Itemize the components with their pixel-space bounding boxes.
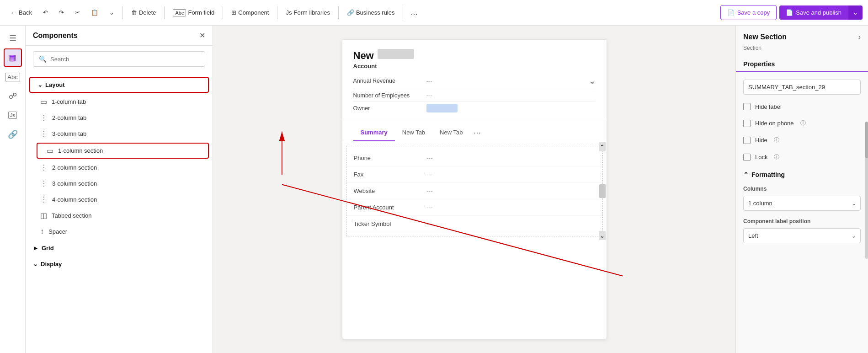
js-button[interactable]: Js — [4, 106, 22, 124]
link-button[interactable]: 🔗 — [4, 125, 22, 144]
hide-text: Hide — [755, 137, 767, 144]
scrollbar-track — [865, 122, 868, 259]
hide-on-phone-text: Hide on phone — [755, 120, 794, 127]
component-icon: ⊞ — [231, 9, 236, 16]
layers-button[interactable]: ☍ — [4, 87, 22, 105]
employees-value: --- — [426, 92, 596, 99]
lock-text: Lock — [755, 154, 767, 160]
component-3-column-tab[interactable]: ⋮ 3-column tab — [26, 126, 213, 142]
form-field-icon: Abc — [173, 9, 186, 16]
annual-revenue-label: Annual Revenue — [353, 78, 426, 84]
grid-group: ► Grid — [26, 241, 213, 255]
save-publish-dropdown[interactable]: ⌄ — [848, 5, 863, 20]
component-label-position-label: Component label position — [736, 214, 868, 226]
component-3-column-section[interactable]: ⋮ 3-column section — [26, 176, 213, 192]
employees-row: Number of Employees --- — [353, 89, 596, 102]
components-panel-button[interactable]: ▦ — [4, 48, 22, 67]
form-header: New Account Annual Revenue --- ⌄ Number … — [342, 40, 607, 120]
lock-checkbox[interactable] — [743, 154, 751, 161]
undo-button[interactable]: ↶ — [38, 6, 53, 19]
display-group: ⌄ Display — [26, 257, 213, 271]
component-1-column-tab[interactable]: ▭ 1-column tab — [26, 94, 213, 110]
component-2-column-tab[interactable]: ⋮ 2-column tab — [26, 110, 213, 126]
form-libraries-button[interactable]: Js Form libraries — [281, 6, 334, 19]
form-title-blurred — [378, 49, 414, 59]
owner-value: ____ — [426, 105, 596, 112]
hide-label-row: Hide label — [736, 98, 868, 115]
section-name-input[interactable] — [743, 80, 861, 95]
redo-button[interactable]: ↷ — [54, 6, 69, 19]
parent-account-value: --- — [427, 204, 595, 211]
component-1-column-section[interactable]: ▭ 1-column section — [37, 143, 209, 159]
columns-select[interactable]: 1 column 2 columns 3 columns — [743, 196, 861, 211]
hide-on-phone-checkbox[interactable] — [743, 120, 751, 127]
annual-revenue-value: --- — [426, 78, 589, 85]
text-icon-button[interactable]: Abc — [4, 68, 22, 86]
more-button[interactable]: ... — [407, 6, 421, 19]
hide-checkbox[interactable] — [743, 137, 751, 144]
back-button[interactable]: ← Back — [5, 6, 37, 19]
employees-label: Number of Employees — [353, 92, 426, 99]
paste-button[interactable]: 📋 — [86, 6, 103, 19]
component-2-column-section[interactable]: ⋮ 2-column section — [26, 160, 213, 176]
components-list: ⌄ Layout ▭ 1-column tab ⋮ 2-column tab ⋮… — [26, 72, 213, 353]
website-label: Website — [354, 187, 427, 194]
dropdown-button[interactable]: ⌄ — [105, 6, 119, 19]
grid-group-header[interactable]: ► Grid — [26, 241, 213, 255]
tab-more-button[interactable]: ⋯ — [470, 124, 485, 142]
expand-icon[interactable]: ⌄ — [589, 76, 596, 86]
hide-label-text: Hide label — [755, 103, 782, 110]
form-field-button[interactable]: Abc Form field — [168, 6, 219, 19]
component-spacer[interactable]: ↕ Spacer — [26, 224, 213, 239]
main-layout: ☰ ▦ Abc ☍ Js 🔗 Components ✕ 🔍 — [0, 26, 868, 353]
scrollbar-thumb[interactable] — [865, 122, 868, 158]
component-4-column-section[interactable]: ⋮ 4-column section — [26, 192, 213, 208]
save-copy-icon: 📄 — [727, 9, 735, 16]
properties-header: Properties — [736, 57, 868, 72]
hide-on-phone-info-icon[interactable]: ⓘ — [800, 119, 806, 127]
right-panel-subtitle: Section — [736, 45, 868, 57]
website-value: --- — [427, 187, 595, 194]
component-tabbed-section[interactable]: ◫ Tabbed section — [26, 208, 213, 224]
tab-summary[interactable]: Summary — [353, 124, 395, 141]
fax-value: --- — [427, 171, 595, 178]
redo-icon: ↷ — [59, 9, 64, 16]
form-section-wrapper: Phone --- Fax --- Website --- Parent Acc… — [342, 142, 607, 240]
panel-scrollbar[interactable] — [864, 117, 868, 353]
form-libraries-icon: Js — [286, 9, 292, 16]
layout-group-header[interactable]: ⌄ Layout — [29, 77, 209, 93]
business-rules-button[interactable]: 🔗 Business rules — [342, 6, 399, 19]
layout-group: ⌄ Layout ▭ 1-column tab ⋮ 2-column tab ⋮… — [26, 77, 213, 239]
tab-2-icon: ⋮ — [40, 113, 48, 122]
save-copy-button[interactable]: 📄 Save a copy — [720, 5, 777, 20]
form-subtitle: Account — [353, 63, 596, 70]
search-input[interactable] — [50, 56, 199, 63]
right-panel-header: New Section › — [736, 26, 868, 45]
js-icon: Js — [8, 112, 17, 119]
hide-info-icon[interactable]: ⓘ — [774, 136, 779, 144]
delete-button[interactable]: 🗑 Delete — [127, 6, 161, 19]
component-button[interactable]: ⊞ Component — [227, 6, 273, 19]
save-publish-button[interactable]: 📄 Save and publish — [779, 5, 848, 20]
hamburger-icon: ☰ — [9, 33, 16, 43]
panel-close-button[interactable]: ✕ — [199, 31, 205, 40]
menu-button[interactable]: ☰ — [4, 29, 22, 48]
hide-label-checkbox[interactable] — [743, 103, 751, 110]
business-rules-icon: 🔗 — [347, 9, 354, 16]
right-panel-expand-button[interactable]: › — [858, 33, 861, 41]
cut-button[interactable]: ✂ — [70, 6, 85, 19]
tab-new-tab-1[interactable]: New Tab — [395, 124, 432, 141]
chevron-right-icon-display: ⌄ — [33, 261, 38, 267]
formatting-section-header[interactable]: ⌃ Formatting — [736, 166, 868, 182]
parent-account-row: Parent Account --- — [346, 199, 602, 216]
columns-select-wrapper: 1 column 2 columns 3 columns ⌄ — [743, 196, 861, 211]
display-group-header[interactable]: ⌄ Display — [26, 257, 213, 271]
chevron-up-icon: ⌃ — [743, 171, 749, 178]
lock-info-icon[interactable]: ⓘ — [774, 153, 779, 161]
position-select[interactable]: Left Right Top — [743, 228, 861, 243]
cut-icon: ✂ — [75, 9, 80, 16]
separator-2 — [164, 6, 165, 19]
ticker-label: Ticker Symbol — [354, 220, 427, 227]
form-tabs: Summary New Tab New Tab ⋯ — [342, 124, 607, 142]
tab-new-tab-2[interactable]: New Tab — [432, 124, 470, 141]
